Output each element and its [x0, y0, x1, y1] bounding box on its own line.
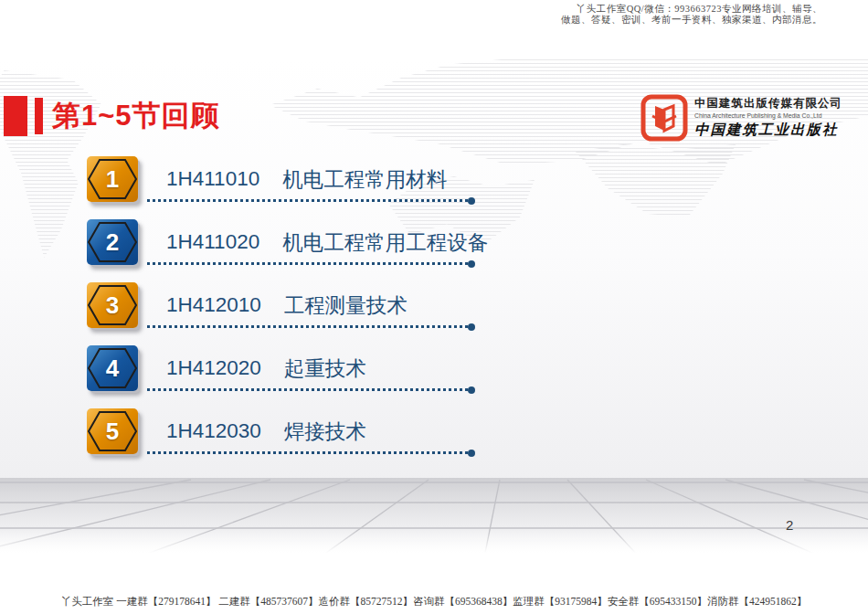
page-number: 2	[786, 517, 793, 533]
chapter-title: 机电工程常用工程设备	[282, 228, 488, 257]
chapter-number: 4	[87, 345, 138, 391]
publisher-logo-text: 中国建筑出版传媒有限公司 China Architecture Publishi…	[694, 94, 842, 142]
dotted-connector	[147, 388, 469, 391]
watermark-line1: 丫头工作室QQ/微信：993663723专业网络培训、辅导、	[530, 4, 822, 15]
chapter-item[interactable]: 1 1H411010 机电工程常用材料	[87, 156, 489, 219]
floor-fade	[0, 530, 868, 553]
chapter-item[interactable]: 4 1H412020 起重技术	[87, 345, 489, 408]
chapter-code: 1H411010	[166, 167, 259, 191]
publisher-logo: 中国建筑出版传媒有限公司 China Architecture Publishi…	[640, 94, 832, 142]
dotted-connector	[147, 451, 469, 454]
chapter-number-badge: 4	[87, 345, 138, 391]
chapter-label: 1H412010 工程测量技术	[166, 282, 408, 328]
chapter-title: 机电工程常用材料	[282, 165, 447, 194]
chapter-code: 1H412030	[166, 419, 261, 443]
chapter-item[interactable]: 5 1H412030 焊接技术	[87, 408, 489, 471]
chapter-number: 1	[87, 156, 138, 202]
chapter-label: 1H411020 机电工程常用工程设备	[166, 219, 488, 265]
top-watermark: 丫头工作室QQ/微信：993663723专业网络培训、辅导、 做题、答疑、密训、…	[530, 4, 822, 25]
chapter-title: 工程测量技术	[284, 291, 408, 320]
chapter-title: 起重技术	[284, 355, 366, 383]
publisher-press-cn: 中国建筑工业出版社	[694, 121, 842, 140]
title-accent-bar	[35, 98, 43, 134]
publisher-company-cn: 中国建筑出版传媒有限公司	[694, 96, 842, 111]
chapter-label: 1H412030 焊接技术	[166, 408, 366, 454]
chapter-label: 1H411010 机电工程常用材料	[166, 156, 447, 202]
chapter-code: 1H412010	[166, 293, 261, 317]
chapter-code: 1H412020	[166, 356, 261, 380]
chapter-item[interactable]: 3 1H412010 工程测量技术	[87, 282, 489, 345]
footer-contact: 丫头工作室 一建群【279178641】 二建群【485737607】造价群【8…	[0, 595, 868, 609]
slide: 第1~5节回顾 中国建筑出版传媒有限公司 China Architecture …	[0, 59, 868, 553]
publisher-company-en: China Architecture Publishing & Media Co…	[694, 112, 842, 119]
page-title: 第1~5节回顾	[52, 97, 220, 135]
chapter-number-badge: 3	[87, 282, 138, 328]
watermark-line2: 做题、答疑、密训、考前一手资料、独家渠道、内部消息。	[530, 15, 822, 26]
chapter-number: 5	[87, 408, 138, 454]
chapter-number: 3	[87, 282, 138, 328]
publisher-logo-icon	[640, 94, 688, 142]
chapter-number-badge: 2	[87, 219, 138, 265]
dotted-connector	[147, 325, 469, 328]
dotted-connector	[147, 199, 469, 202]
chapter-code: 1H411020	[166, 230, 259, 254]
chapter-list: 1 1H411010 机电工程常用材料 2 1H411020 机电工程常用工程设…	[87, 156, 489, 471]
chapter-label: 1H412020 起重技术	[166, 345, 366, 391]
dotted-connector	[147, 262, 469, 265]
chapter-number-badge: 1	[87, 156, 138, 202]
title-accent-square	[4, 96, 27, 136]
chapter-title: 焊接技术	[284, 418, 366, 446]
chapter-number-badge: 5	[87, 408, 138, 454]
world-map-decoration-africa	[576, 144, 736, 217]
chapter-item[interactable]: 2 1H411020 机电工程常用工程设备	[87, 219, 489, 282]
chapter-number: 2	[87, 219, 138, 265]
